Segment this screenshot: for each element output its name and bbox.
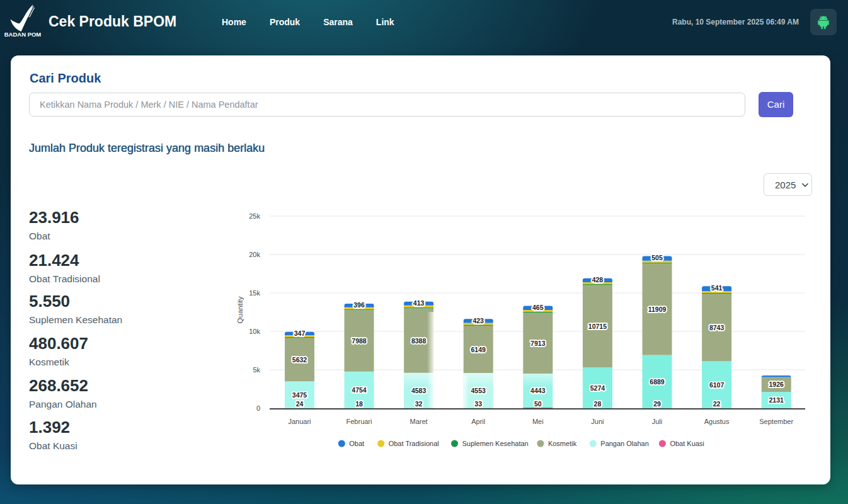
svg-text:413: 413 [413,299,425,307]
svg-text:29: 29 [653,400,661,408]
svg-text:18: 18 [355,400,363,408]
svg-text:Maret: Maret [410,418,428,425]
svg-text:24: 24 [296,400,304,408]
svg-text:April: April [471,418,485,425]
svg-text:25k: 25k [249,212,260,220]
svg-text:465: 465 [532,304,544,311]
svg-text:28: 28 [594,400,602,408]
svg-text:20k: 20k [249,251,260,258]
svg-text:5632: 5632 [292,356,307,364]
svg-text:396: 396 [353,301,365,309]
svg-text:5274: 5274 [590,384,605,392]
svg-text:1926: 1926 [769,381,784,388]
svg-text:4553: 4553 [471,387,486,394]
svg-text:10715: 10715 [588,323,607,330]
svg-text:15k: 15k [249,289,260,297]
svg-text:4754: 4754 [352,386,367,394]
svg-text:8743: 8743 [709,324,725,331]
svg-text:Kosmetik: Kosmetik [548,440,577,447]
svg-text:32: 32 [415,400,423,408]
svg-text:Juli: Juli [652,418,663,425]
svg-text:22: 22 [713,400,721,408]
svg-text:33: 33 [474,400,482,408]
svg-text:7913: 7913 [530,340,546,347]
svg-text:2131: 2131 [769,396,784,404]
svg-text:11909: 11909 [648,306,667,313]
svg-text:505: 505 [651,254,663,261]
svg-text:Februari: Februari [347,418,372,425]
svg-text:6149: 6149 [471,346,486,353]
svg-text:Quantity: Quantity [236,296,244,323]
svg-text:5k: 5k [253,366,260,374]
svg-text:6107: 6107 [709,381,725,389]
svg-text:Obat: Obat [349,440,364,447]
svg-text:6889: 6889 [650,378,665,386]
svg-text:Obat Kuasi: Obat Kuasi [670,440,704,447]
svg-text:50: 50 [534,400,542,408]
svg-text:September: September [759,418,793,425]
svg-text:3475: 3475 [292,391,307,399]
svg-text:428: 428 [592,276,604,284]
svg-text:347: 347 [294,329,306,337]
svg-text:4443: 4443 [530,387,546,394]
svg-text:Agustus: Agustus [704,418,730,425]
svg-text:Pangan Olahan: Pangan Olahan [600,440,648,447]
svg-text:423: 423 [473,317,484,324]
svg-text:10k: 10k [249,328,260,335]
svg-text:8388: 8388 [411,337,427,345]
svg-text:Januari: Januari [288,418,311,425]
svg-text:4583: 4583 [411,387,427,394]
svg-text:7988: 7988 [352,337,367,345]
svg-text:Obat Tradisional: Obat Tradisional [389,440,439,447]
svg-text:Suplemen Kesehatan: Suplemen Kesehatan [462,440,529,447]
svg-text:0: 0 [256,404,260,412]
svg-text:541: 541 [711,284,723,292]
svg-text:Mei: Mei [532,418,544,425]
svg-text:Juni: Juni [591,418,604,425]
